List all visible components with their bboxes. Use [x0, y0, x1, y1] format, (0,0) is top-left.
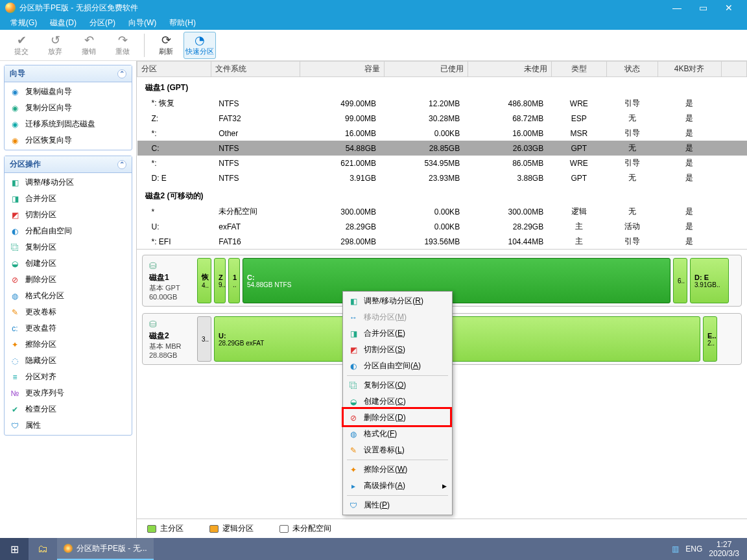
- menu-item[interactable]: 向导(W): [122, 16, 163, 30]
- col-header[interactable]: 已使用: [384, 62, 468, 77]
- ctx-label: 创建分区(C): [364, 396, 406, 407]
- partition-block[interactable]: D: E3.91GB..: [690, 258, 729, 303]
- ctx-擦除分区(W)[interactable]: ✦擦除分区(W): [344, 461, 451, 478]
- partition-block[interactable]: 恢4..: [197, 258, 211, 303]
- action-合并分区[interactable]: ◨合并分区: [5, 191, 132, 207]
- partition-row[interactable]: *:NTFS621.00MB534.95MB86.05MBWRE引导是: [137, 156, 747, 170]
- ctx-复制分区(O)[interactable]: ⿻复制分区(O): [344, 377, 451, 393]
- action-复制分区向导[interactable]: ◉复制分区向导: [5, 100, 132, 116]
- action-属性[interactable]: 🛡属性: [5, 417, 132, 434]
- action-label: 分配自由空间: [25, 226, 72, 237]
- partition-block[interactable]: U:28.29GB exFAT: [214, 316, 700, 362]
- col-header[interactable]: 类型: [551, 62, 606, 77]
- partition-block[interactable]: E..2..: [703, 316, 717, 362]
- start-button[interactable]: ⊞: [0, 538, 29, 560]
- partition-block[interactable]: C:54.88GB NTFS: [243, 258, 670, 303]
- col-header[interactable]: 分区: [137, 62, 211, 77]
- close-button[interactable]: ✕: [716, 0, 742, 16]
- ctx-icon: ◐: [348, 361, 359, 371]
- action-检查分区[interactable]: ✔检查分区: [5, 401, 132, 417]
- tray-icon[interactable]: ▥: [672, 544, 679, 554]
- menu-item[interactable]: 磁盘(D): [43, 16, 83, 30]
- col-header[interactable]: 未使用: [468, 62, 551, 77]
- action-icon: ◉: [10, 119, 20, 130]
- language-indicator[interactable]: ENG: [685, 544, 702, 554]
- system-tray: ▥ ENG 1:27 2020/3/3: [664, 540, 747, 559]
- action-label: 删除分区: [25, 274, 56, 285]
- tool-label: 放弃: [48, 47, 62, 56]
- sidebar: 向导 ⌃ ◉复制磁盘向导◉复制分区向导◉迁移系统到固态磁盘◉分区恢复向导 分区操…: [0, 61, 136, 538]
- action-分区对齐[interactable]: ≡分区对齐: [5, 369, 132, 385]
- ops-panel-header[interactable]: 分区操作 ⌃: [5, 156, 132, 173]
- partition-block[interactable]: 3..: [197, 316, 211, 362]
- action-icon: ◐: [10, 226, 20, 237]
- ctx-删除分区(D)[interactable]: ⊘删除分区(D): [344, 410, 451, 426]
- collapse-icon[interactable]: ⌃: [117, 160, 126, 169]
- partition-row[interactable]: *: 恢复NTFS499.00MB12.20MB486.80MBWRE引导是: [137, 96, 747, 111]
- disk-header-row: 磁盘1 (GPT): [137, 77, 747, 97]
- col-header[interactable]: 文件系统: [211, 62, 300, 77]
- disk-label[interactable]: ⛁磁盘2基本 MBR28.88GB: [145, 316, 195, 362]
- wizard-panel-header[interactable]: 向导 ⌃: [5, 65, 132, 82]
- action-创建分区[interactable]: ◒创建分区: [5, 255, 132, 272]
- action-更改序列号[interactable]: №更改序列号: [5, 385, 132, 401]
- partition-row[interactable]: Z:FAT3299.00MB30.28MB68.72MBESP无是: [137, 111, 747, 126]
- action-格式化分区[interactable]: ◍格式化分区: [5, 288, 132, 304]
- file-explorer-icon[interactable]: 🗂: [29, 538, 57, 560]
- ctx-高级操作(A)[interactable]: ▸高级操作(A)▶: [344, 478, 451, 494]
- col-header[interactable]: 4KB对齐: [658, 62, 721, 77]
- menu-item[interactable]: 帮助(H): [163, 16, 202, 30]
- tool-快速分区[interactable]: ◔快速分区: [184, 32, 216, 59]
- action-隐藏分区[interactable]: ◌隐藏分区: [5, 353, 132, 369]
- action-label: 更改序列号: [25, 388, 64, 399]
- action-分区恢复向导[interactable]: ◉分区恢复向导: [5, 132, 132, 148]
- menu-item[interactable]: 常规(G): [4, 16, 43, 30]
- partition-block[interactable]: 1..: [228, 258, 240, 303]
- action-调整/移动分区[interactable]: ◧调整/移动分区: [5, 174, 132, 191]
- action-label: 调整/移动分区: [25, 177, 74, 188]
- collapse-icon[interactable]: ⌃: [117, 69, 126, 78]
- tool-刷新[interactable]: ⟳刷新: [150, 32, 182, 59]
- partition-row[interactable]: C:NTFS54.88GB28.85GB26.03GBGPT无是: [137, 141, 747, 156]
- ctx-设置卷标(L)[interactable]: ✎设置卷标(L): [344, 442, 451, 458]
- col-header[interactable]: 容量: [300, 62, 384, 77]
- action-复制磁盘向导[interactable]: ◉复制磁盘向导: [5, 84, 132, 100]
- action-迁移系统到固态磁盘[interactable]: ◉迁移系统到固态磁盘: [5, 116, 132, 132]
- minimize-button[interactable]: —: [664, 0, 690, 16]
- action-擦除分区[interactable]: ✦擦除分区: [5, 336, 132, 353]
- action-更改盘符[interactable]: c:更改盘符: [5, 320, 132, 336]
- action-label: 切割分区: [25, 209, 56, 220]
- ctx-合并分区(E)[interactable]: ◨合并分区(E): [344, 325, 451, 342]
- ctx-切割分区(S)[interactable]: ◩切割分区(S): [344, 342, 451, 358]
- partition-block[interactable]: Z9..: [214, 258, 226, 303]
- ctx-格式化(F)[interactable]: ◍格式化(F): [344, 426, 451, 442]
- action-label: 分区恢复向导: [25, 135, 72, 146]
- taskbar-app-item[interactable]: 分区助手PE版 - 无...: [57, 538, 154, 560]
- col-header[interactable]: 状态: [607, 62, 658, 77]
- partition-row[interactable]: D: ENTFS3.91GB23.93MB3.88GBGPT无是: [137, 170, 747, 185]
- partition-block[interactable]: 6..: [673, 258, 687, 303]
- clock[interactable]: 1:27 2020/3/3: [709, 540, 739, 559]
- ctx-调整/移动分区(R)[interactable]: ◧调整/移动分区(R): [344, 293, 451, 309]
- action-label: 复制分区: [25, 242, 56, 253]
- toolbar: ✔提交↺放弃↶撤销↷重做⟳刷新◔快速分区: [0, 30, 747, 61]
- disk-label[interactable]: ⛁磁盘1基本 GPT60.00GB: [145, 258, 195, 303]
- partition-row[interactable]: *未分配空间300.00MB0.00KB300.00MB逻辑无是: [137, 204, 747, 219]
- legend-label: 主分区: [160, 523, 184, 534]
- action-icon: ✔: [10, 404, 20, 415]
- action-删除分区[interactable]: ⊘删除分区: [5, 272, 132, 288]
- maximize-button[interactable]: ▭: [690, 0, 716, 16]
- partition-row[interactable]: *:Other16.00MB0.00KB16.00MBMSR引导是: [137, 126, 747, 141]
- partition-row[interactable]: U:exFAT28.29GB0.00KB28.29GB主活动是: [137, 219, 747, 234]
- ctx-分区自由空间(A)[interactable]: ◐分区自由空间(A): [344, 358, 451, 374]
- action-切割分区[interactable]: ◩切割分区: [5, 207, 132, 223]
- action-复制分区[interactable]: ⿻复制分区: [5, 239, 132, 255]
- action-分配自由空间[interactable]: ◐分配自由空间: [5, 223, 132, 239]
- partition-row[interactable]: *: EFIFAT16298.00MB193.56MB104.44MB主引导是: [137, 234, 747, 249]
- menu-item[interactable]: 分区(P): [83, 16, 122, 30]
- ctx-创建分区(C)[interactable]: ◒创建分区(C): [344, 393, 451, 410]
- ctx-label: 合并分区(E): [364, 328, 405, 339]
- action-label: 迁移系统到固态磁盘: [25, 119, 95, 130]
- ctx-属性(P)[interactable]: 🛡属性(P): [344, 497, 451, 513]
- action-更改卷标[interactable]: ✎更改卷标: [5, 304, 132, 320]
